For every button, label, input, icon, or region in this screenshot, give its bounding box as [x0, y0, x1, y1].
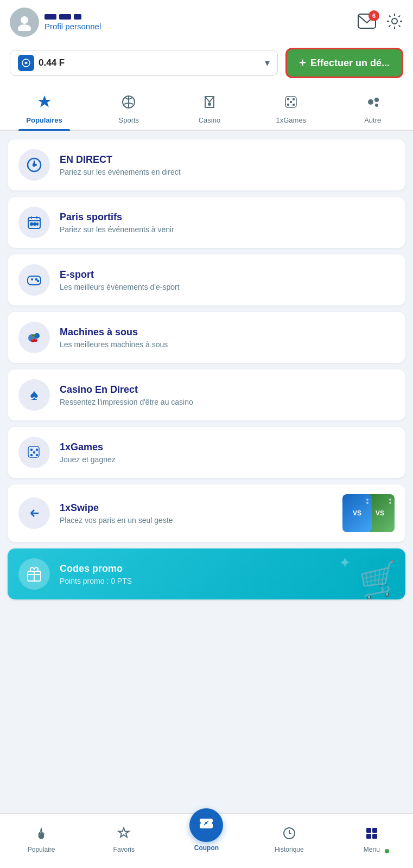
en-direct-icon [18, 149, 50, 181]
bar3 [74, 14, 81, 20]
esport-title: E-sport [60, 269, 395, 280]
svg-point-3 [392, 18, 397, 24]
menu-item-en-direct[interactable]: EN DIRECT Pariez sur les événements en d… [8, 139, 405, 190]
bar1 [45, 14, 56, 20]
en-direct-text: EN DIRECT Pariez sur les événements en d… [60, 154, 395, 176]
svg-point-17 [33, 164, 35, 166]
casino-direct-title: Casino En Direct [60, 384, 395, 395]
paris-sportifs-text: Paris sportifs Pariez sur les événements… [60, 212, 395, 234]
svg-point-1 [18, 24, 31, 31]
bottom-nav-populaire[interactable]: Populaire [20, 826, 63, 853]
tab-1xgames[interactable]: 1xGames [268, 91, 314, 130]
plus-icon: + [299, 56, 306, 70]
1xgames-card-subtitle: Jouez et gagnez [60, 455, 395, 464]
header: Profil personnel 6 [0, 0, 413, 42]
svg-point-26 [37, 280, 39, 282]
header-left: Profil personnel [10, 8, 101, 37]
bottom-nav-historique-label: Historique [275, 846, 304, 853]
chevron-down-icon: ▾ [265, 57, 270, 69]
promo-subtitle: Points promo : 0 PTS [60, 577, 395, 585]
1xgames-card-text: 1xGames Jouez et gagnez [60, 442, 395, 464]
sports-icon [121, 94, 136, 113]
tab-populaires[interactable]: Populaires [18, 91, 69, 130]
autre-icon [365, 94, 380, 113]
paris-sportifs-subtitle: Pariez sur les événements à venir [60, 225, 395, 234]
svg-rect-45 [372, 834, 377, 839]
svg-point-0 [21, 16, 28, 24]
svg-point-10 [288, 104, 289, 106]
bottom-nav-historique[interactable]: Historique [268, 826, 311, 853]
bottom-nav-favoris-label: Favoris [113, 846, 135, 853]
settings-button[interactable] [386, 12, 403, 32]
promo-card[interactable]: Codes promo Points promo : 0 PTS ✦ 🛒 [8, 548, 405, 599]
en-direct-title: EN DIRECT [60, 154, 395, 165]
vs-card-blue: VS [342, 494, 372, 532]
populaires-icon [37, 94, 52, 113]
tab-autre-label: Autre [364, 116, 381, 124]
menu-item-casino-direct[interactable]: ♠ Casino En Direct Ressentez l'impressio… [8, 369, 405, 420]
svg-rect-21 [37, 223, 38, 225]
promo-cart-icon: 🛒 [356, 558, 403, 599]
bottom-nav: Populaire Favoris Coupon [0, 813, 413, 868]
tab-casino[interactable]: Casino [188, 91, 231, 130]
profile-name: Profil personnel [45, 22, 101, 31]
machines-sous-icon: 🍒 [18, 322, 50, 353]
menu-item-1xgames[interactable]: 1xGames Jouez et gagnez [8, 427, 405, 478]
bottom-nav-coupon[interactable]: Coupon [185, 808, 228, 852]
menu-item-esport[interactable]: E-sport Les meilleurs événements d'e-spo… [8, 254, 405, 305]
svg-point-12 [290, 101, 292, 103]
svg-point-32 [36, 449, 38, 451]
avatar[interactable] [10, 8, 39, 37]
svg-point-6 [208, 103, 211, 105]
svg-text:🍒: 🍒 [30, 334, 39, 343]
1xswipe-title: 1xSwipe [60, 502, 333, 514]
star-decoration: ✦ [339, 554, 351, 572]
bottom-nav-coupon-label: Coupon [194, 844, 219, 852]
ticket-icon [198, 815, 215, 836]
machines-sous-subtitle: Les meilleures machines à sous [60, 340, 395, 349]
esport-text: E-sport Les meilleurs événements d'e-spo… [60, 269, 395, 291]
machines-sous-title: Machines à sous [60, 327, 395, 338]
bottom-nav-menu[interactable]: Menu [350, 826, 393, 853]
svg-point-9 [293, 99, 295, 100]
svg-rect-19 [30, 223, 33, 225]
nav-tabs: Populaires Sports Casino [0, 86, 413, 131]
svg-point-34 [36, 455, 38, 456]
balance-icon [18, 55, 34, 71]
profile-bars [45, 14, 101, 20]
svg-rect-44 [366, 834, 371, 839]
svg-point-25 [36, 279, 37, 280]
1xswipe-subtitle: Placez vos paris en un seul geste [60, 516, 333, 525]
menu-item-machines-sous[interactable]: 🍒 Machines à sous Les meilleures machine… [8, 312, 405, 363]
menu-item-1xswipe[interactable]: 1xSwipe Placez vos paris en un seul gest… [8, 484, 405, 542]
fire-icon [34, 826, 48, 844]
casino-direct-text: Casino En Direct Ressentez l'impression … [60, 384, 395, 406]
svg-point-13 [368, 99, 373, 105]
menu-item-paris-sportifs[interactable]: Paris sportifs Pariez sur les événements… [8, 197, 405, 248]
paris-sportifs-icon [18, 207, 50, 238]
gear-icon [386, 12, 403, 30]
bottom-nav-populaire-label: Populaire [28, 846, 55, 853]
en-direct-subtitle: Pariez sur les événements en direct [60, 168, 395, 176]
svg-point-14 [374, 98, 379, 102]
svg-rect-43 [372, 828, 377, 833]
coupon-icon-wrap [189, 808, 223, 842]
deposit-button[interactable]: + Effectuer un dé... [285, 48, 403, 78]
casino-icon [202, 94, 217, 113]
tab-sports-label: Sports [119, 116, 139, 124]
profile-info: Profil personnel [45, 14, 101, 31]
esport-subtitle: Les meilleurs événements d'e-sport [60, 283, 395, 291]
svg-point-35 [34, 452, 35, 454]
1xgames-icon [283, 94, 298, 113]
tab-autre[interactable]: Autre [351, 91, 395, 130]
machines-sous-text: Machines à sous Les meilleures machines … [60, 327, 395, 349]
main-content: EN DIRECT Pariez sur les événements en d… [0, 131, 413, 608]
mail-button[interactable]: 6 [358, 14, 376, 31]
header-right: 6 [358, 12, 403, 32]
svg-point-33 [31, 455, 33, 456]
tab-sports[interactable]: Sports [107, 91, 150, 130]
bottom-nav-favoris[interactable]: Favoris [102, 826, 145, 853]
bar2 [59, 14, 71, 20]
balance-selector[interactable]: 0.44 F ▾ [10, 50, 278, 76]
svg-point-11 [293, 104, 295, 106]
